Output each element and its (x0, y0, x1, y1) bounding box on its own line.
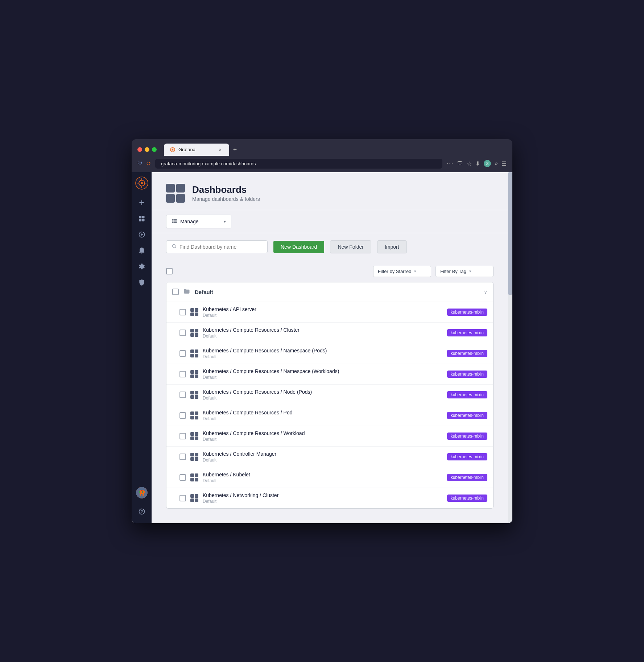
browser-tabs: Grafana × + (164, 144, 507, 156)
svg-rect-33 (173, 220, 177, 222)
item-dashboard-icon-7 (190, 453, 198, 461)
svg-rect-29 (172, 219, 173, 220)
sidebar-item-dashboards[interactable] (135, 211, 149, 226)
scrollbar-thumb[interactable] (508, 172, 512, 295)
nav-dropdown-icon (172, 218, 177, 225)
item-checkbox-9[interactable] (179, 495, 186, 501)
svg-rect-11 (139, 219, 141, 221)
dashboard-item[interactable]: Kubernetes / Compute Resources / Namespa… (166, 343, 493, 364)
dashboard-item[interactable]: Kubernetes / Compute Resources / Cluster… (166, 323, 493, 343)
sidebar-item-help[interactable]: ? (135, 504, 149, 519)
folder-checkbox[interactable] (172, 289, 179, 295)
item-info-6: Kubernetes / Compute Resources / Workloa… (203, 430, 443, 442)
dashboard-item[interactable]: Kubernetes / Compute Resources / Workloa… (166, 426, 493, 447)
item-tag-3: kubernetes-mixin (447, 371, 487, 378)
extension-icon[interactable]: S (484, 160, 491, 167)
main-content: Dashboards Manage dashboards & folders (152, 172, 508, 523)
svg-rect-10 (142, 216, 144, 218)
item-name-5: Kubernetes / Compute Resources / Pod (203, 410, 443, 415)
search-wrapper[interactable] (166, 240, 268, 253)
select-all-checkbox[interactable] (166, 268, 173, 274)
sidebar-item-settings[interactable] (135, 259, 149, 274)
user-avatar[interactable] (136, 487, 148, 498)
sidebar: ? (132, 172, 152, 523)
sidebar-item-alerting[interactable] (135, 243, 149, 258)
new-folder-button[interactable]: New Folder (330, 240, 371, 253)
item-info-1: Kubernetes / Compute Resources / Cluster… (203, 327, 443, 339)
filter-tag-label: Filter By Tag (440, 269, 466, 274)
item-checkbox-6[interactable] (179, 433, 186, 439)
tab-close-button[interactable]: × (217, 146, 223, 153)
item-subfolder-6: Default (203, 437, 443, 442)
filter-starred-dropdown[interactable]: Filter by Starred ▾ (373, 266, 431, 277)
icon-cell-2 (176, 184, 185, 193)
icon-cell-1 (166, 184, 175, 193)
dashboard-item[interactable]: Kubernetes / Compute Resources / Namespa… (166, 364, 493, 385)
nav-dropdown[interactable]: Manage ▾ (166, 215, 231, 228)
svg-marker-14 (141, 233, 143, 236)
item-checkbox-5[interactable] (179, 412, 186, 419)
svg-rect-24 (140, 493, 144, 494)
more-icon[interactable]: ··· (447, 160, 454, 167)
item-tag-5: kubernetes-mixin (447, 412, 487, 419)
svg-point-4 (141, 182, 143, 184)
browser-titlebar: Grafana × + (132, 139, 512, 156)
svg-rect-34 (173, 222, 177, 223)
traffic-light-minimize[interactable] (145, 147, 149, 152)
bookmark-icon[interactable]: ☆ (467, 160, 472, 167)
svg-rect-21 (140, 491, 142, 493)
item-info-4: Kubernetes / Compute Resources / Node (P… (203, 389, 443, 401)
dashboard-item[interactable]: Kubernetes / Controller Manager Default … (166, 447, 493, 467)
folder-header[interactable]: Default ∨ (166, 282, 493, 302)
dashboard-item[interactable]: Kubernetes / API server Default kubernet… (166, 302, 493, 323)
dashboard-item[interactable]: Kubernetes / Kubelet Default kubernetes-… (166, 467, 493, 488)
pocket-icon[interactable]: 🛡 (457, 160, 463, 167)
item-checkbox-2[interactable] (179, 350, 186, 357)
sidebar-item-explore[interactable] (135, 227, 149, 242)
search-input[interactable] (179, 244, 252, 250)
traffic-light-fullscreen[interactable] (152, 147, 157, 152)
dashboard-item[interactable]: Kubernetes / Compute Resources / Node (P… (166, 385, 493, 405)
active-tab[interactable]: Grafana × (164, 144, 229, 156)
svg-rect-19 (143, 490, 144, 491)
dashboard-item[interactable]: Kubernetes / Networking / Cluster Defaul… (166, 488, 493, 508)
item-checkbox-8[interactable] (179, 474, 186, 481)
url-bar[interactable]: grafana-monitoring.example.com/dashboard… (155, 159, 442, 169)
item-name-8: Kubernetes / Kubelet (203, 472, 443, 477)
item-info-2: Kubernetes / Compute Resources / Namespa… (203, 348, 443, 359)
download-icon[interactable]: ⬇ (475, 160, 480, 167)
shield-icon: 🛡 (137, 161, 143, 166)
svg-rect-23 (143, 491, 145, 493)
item-name-0: Kubernetes / API server (203, 306, 443, 312)
dashboard-item[interactable]: Kubernetes / Compute Resources / Pod Def… (166, 405, 493, 426)
sidebar-item-add[interactable] (135, 195, 149, 210)
browser-body: ? Dashboards Manage dashboards & folders (132, 172, 512, 523)
item-checkbox-7[interactable] (179, 454, 186, 460)
svg-rect-22 (142, 491, 143, 493)
import-button[interactable]: Import (377, 240, 407, 253)
item-subfolder-9: Default (203, 499, 443, 504)
item-checkbox-3[interactable] (179, 371, 186, 377)
item-checkbox-0[interactable] (179, 309, 186, 315)
item-info-5: Kubernetes / Compute Resources / Pod Def… (203, 410, 443, 421)
new-tab-button[interactable]: + (229, 144, 241, 156)
item-dashboard-icon-4 (190, 391, 198, 399)
url-text: grafana-monitoring.example.com/dashboard… (161, 161, 437, 166)
avatar-image (136, 487, 148, 498)
item-name-3: Kubernetes / Compute Resources / Namespa… (203, 368, 443, 374)
folder-expand-chevron: ∨ (484, 289, 487, 295)
dashboard-list: Default ∨ Kubernetes / API server Defaul… (166, 282, 494, 509)
grafana-logo[interactable] (135, 177, 148, 190)
item-info-9: Kubernetes / Networking / Cluster Defaul… (203, 492, 443, 504)
item-subfolder-1: Default (203, 334, 443, 339)
sidebar-item-shield[interactable] (135, 275, 149, 290)
item-checkbox-4[interactable] (179, 392, 186, 398)
scrollbar-track[interactable] (508, 172, 512, 523)
filter-tag-dropdown[interactable]: Filter By Tag ▾ (435, 266, 494, 277)
new-dashboard-button[interactable]: New Dashboard (273, 241, 324, 253)
svg-point-1 (172, 149, 173, 150)
menu-icon[interactable]: ☰ (501, 160, 507, 167)
overflow-icon[interactable]: » (495, 160, 498, 167)
item-checkbox-1[interactable] (179, 330, 186, 336)
traffic-light-close[interactable] (137, 147, 142, 152)
